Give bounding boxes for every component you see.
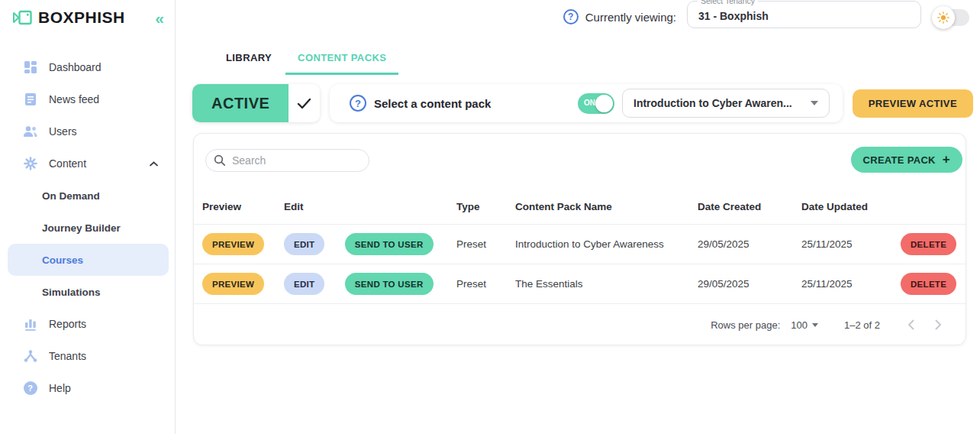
sidebar-item-label: Courses <box>42 254 83 266</box>
sidebar-item-label: Journey Builder <box>42 222 121 234</box>
chevron-down-icon <box>812 323 818 327</box>
edit-button[interactable]: EDIT <box>284 233 324 255</box>
sidebar-item-label: News feed <box>49 93 99 105</box>
users-icon <box>23 125 37 139</box>
sun-icon <box>937 11 949 24</box>
toggle-on-label: ON <box>584 99 595 107</box>
active-status-chip[interactable]: ACTIVE <box>192 84 320 122</box>
content-packs-card: CREATE PACK + Preview Edit Type Content … <box>193 133 966 345</box>
search-box[interactable] <box>205 149 369 172</box>
logo-text: BOXPHISH <box>38 8 125 27</box>
content-pack-controls: ACTIVE ? Select a content pack ON Introd… <box>192 84 973 124</box>
cell-type: Preset <box>456 238 515 250</box>
cell-date-created: 29/05/2025 <box>698 278 801 290</box>
app-root: BOXPHISH « Dashboard <box>0 0 980 434</box>
table-toolbar: CREATE PACK + <box>194 134 965 189</box>
sidebar: BOXPHISH « Dashboard <box>0 0 176 434</box>
sidebar-item-label: Users <box>49 125 77 138</box>
search-input[interactable] <box>232 154 370 167</box>
delete-button[interactable]: DELETE <box>901 273 956 295</box>
edit-button[interactable]: EDIT <box>284 273 324 295</box>
checkmark-icon <box>289 84 320 122</box>
tab-bar: LIBRARY CONTENT PACKS <box>176 46 980 75</box>
tenancy-select-input[interactable] <box>688 2 920 28</box>
currently-viewing-label: Currently viewing: <box>585 11 676 24</box>
content-pack-dropdown-value: Introduction to Cyber Awaren... <box>633 97 792 109</box>
sidebar-nav: Dashboard News feed <box>0 51 175 404</box>
sidebar-item-journey-builder[interactable]: Journey Builder <box>0 212 175 244</box>
cell-pack-name: The Essentials <box>515 278 698 290</box>
theme-toggle[interactable] <box>934 9 969 26</box>
chevron-up-icon <box>150 161 158 167</box>
sidebar-item-reports[interactable]: Reports <box>0 308 175 340</box>
sidebar-item-label: Simulations <box>42 287 101 298</box>
dashboard-icon <box>23 60 37 75</box>
send-to-user-button[interactable]: SEND TO USER <box>345 233 434 255</box>
sidebar-item-label: Reports <box>49 318 86 330</box>
theme-toggle-knob <box>932 6 955 29</box>
sidebar-item-settings[interactable]: Content <box>0 147 175 180</box>
sidebar-collapse-icon[interactable]: « <box>155 10 164 26</box>
create-pack-label: CREATE PACK <box>863 154 936 166</box>
main-content: ? Currently viewing: Select Tenancy <box>176 0 980 434</box>
column-header-date-updated: Date Updated <box>801 201 901 212</box>
preview-button[interactable]: PREVIEW <box>202 233 264 255</box>
preview-active-button[interactable]: PREVIEW ACTIVE <box>853 89 973 118</box>
toggle-knob <box>595 95 613 112</box>
chevron-down-icon <box>811 101 818 105</box>
tenancy-select[interactable]: Select Tenancy <box>687 1 921 28</box>
column-header-edit: Edit <box>284 201 456 212</box>
boxphish-logo-icon <box>12 8 33 27</box>
select-content-pack-card: ? Select a content pack ON Introduction … <box>330 84 843 122</box>
sidebar-item-tenants[interactable]: Tenants <box>0 340 175 372</box>
sidebar-item-help[interactable]: ? Help <box>0 372 175 404</box>
help-circle-icon[interactable]: ? <box>350 95 366 112</box>
table-row: PREVIEW EDIT SEND TO USER Preset The Ess… <box>194 264 965 304</box>
search-icon <box>214 154 226 167</box>
column-header-type: Type <box>456 201 515 212</box>
tenancy-select-label: Select Tenancy <box>698 0 758 5</box>
cell-date-created: 29/05/2025 <box>698 238 801 250</box>
help-circle-icon[interactable]: ? <box>563 9 579 24</box>
column-header-preview: Preview <box>202 201 284 212</box>
cell-date-updated: 25/11/2025 <box>801 278 901 290</box>
sidebar-item-users[interactable]: Users <box>0 115 175 147</box>
cell-pack-name: Introduction to Cyber Awareness <box>515 238 698 250</box>
logo-row: BOXPHISH « <box>0 0 175 35</box>
active-status-label: ACTIVE <box>192 84 289 122</box>
create-pack-button[interactable]: CREATE PACK + <box>851 147 963 173</box>
sidebar-item-label: On Demand <box>42 190 100 202</box>
sidebar-item-label: Help <box>49 382 71 394</box>
pagination-range: 1–2 of 2 <box>844 319 880 331</box>
rows-per-page-label: Rows per page: <box>711 319 780 331</box>
plus-icon: + <box>943 152 950 167</box>
rows-per-page-select[interactable]: 100 <box>791 319 818 331</box>
preview-button[interactable]: PREVIEW <box>202 273 264 295</box>
topbar: ? Currently viewing: Select Tenancy <box>176 0 980 34</box>
tab-content-packs[interactable]: CONTENT PACKS <box>285 46 398 75</box>
content-pack-dropdown[interactable]: Introduction to Cyber Awaren... <box>622 89 830 118</box>
send-to-user-button[interactable]: SEND TO USER <box>345 273 434 295</box>
reports-icon <box>23 317 37 332</box>
previous-page-button[interactable] <box>900 314 921 335</box>
sidebar-item-on-demand[interactable]: On Demand <box>0 180 175 212</box>
select-pack-label: Select a content pack <box>374 97 491 110</box>
pagination: Rows per page: 100 1–2 of 2 <box>194 304 965 345</box>
sidebar-item-label: Content <box>49 157 86 170</box>
sidebar-item-courses[interactable]: Courses <box>8 244 169 276</box>
settings-icon <box>23 157 37 171</box>
tab-library[interactable]: LIBRARY <box>214 46 284 75</box>
help-icon: ? <box>23 381 37 396</box>
delete-button[interactable]: DELETE <box>901 233 956 255</box>
sidebar-item-news-feed[interactable]: News feed <box>0 83 175 115</box>
sidebar-item-simulations[interactable]: Simulations <box>0 276 175 308</box>
next-page-button[interactable] <box>927 314 949 335</box>
column-header-name: Content Pack Name <box>515 201 698 212</box>
sidebar-item-label: Tenants <box>49 350 86 362</box>
column-header-date-created: Date Created <box>698 201 801 212</box>
pack-enabled-toggle[interactable]: ON <box>578 93 614 114</box>
rows-per-page-value: 100 <box>791 319 808 331</box>
sidebar-item-dashboard[interactable]: Dashboard <box>0 51 175 83</box>
cell-date-updated: 25/11/2025 <box>801 238 901 250</box>
sidebar-item-label: Dashboard <box>49 61 102 73</box>
